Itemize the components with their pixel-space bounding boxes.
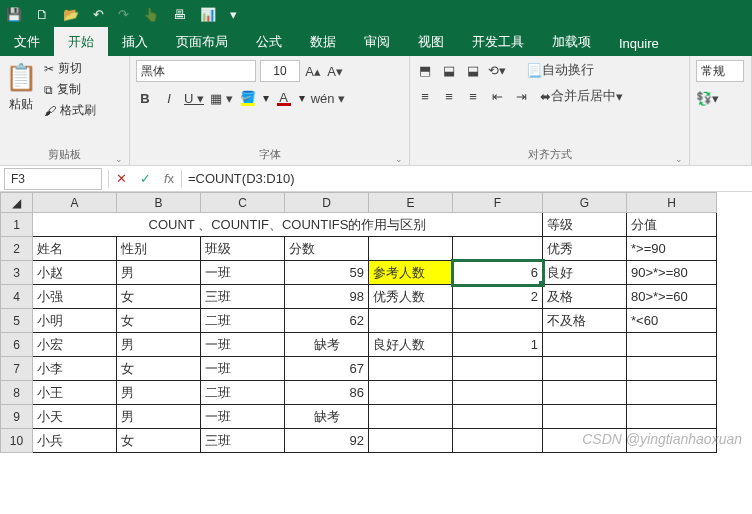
row-9: 9 小天男一班缺考 — [1, 405, 717, 429]
row-8: 8 小王男二班86 — [1, 381, 717, 405]
align-top-icon[interactable]: ⬒ — [416, 60, 434, 80]
redo-icon[interactable]: ↷ — [118, 7, 129, 22]
number-format-combo[interactable]: 常规 — [696, 60, 744, 82]
row-2: 2 姓名性别班级分数 优秀*>=90 — [1, 237, 717, 261]
title-cell[interactable]: COUNT 、COUNTIF、COUNTIFS的作用与区别 — [33, 213, 543, 237]
tab-insert[interactable]: 插入 — [108, 27, 162, 56]
currency-icon[interactable]: 💱▾ — [696, 88, 719, 108]
col-G[interactable]: G — [543, 193, 627, 213]
decrease-indent-icon[interactable]: ⇤ — [488, 86, 506, 106]
increase-indent-icon[interactable]: ⇥ — [512, 86, 530, 106]
font-name-combo[interactable]: 黑体 — [136, 60, 256, 82]
align-center-icon[interactable]: ≡ — [440, 86, 458, 106]
col-F[interactable]: F — [453, 193, 543, 213]
shrink-font-icon[interactable]: A▾ — [326, 61, 344, 81]
row-7: 7 小李女一班67 — [1, 357, 717, 381]
cell-F3-selected[interactable]: 6 — [453, 261, 543, 285]
phonetic-button[interactable]: wén ▾ — [311, 88, 345, 108]
fx-icon[interactable]: fx — [157, 171, 181, 186]
tab-review[interactable]: 审阅 — [350, 27, 404, 56]
bold-button[interactable]: B — [136, 88, 154, 108]
touch-icon[interactable]: 👆 — [143, 7, 159, 22]
open-icon[interactable]: 📂 — [63, 7, 79, 22]
col-H[interactable]: H — [627, 193, 717, 213]
print-icon[interactable]: 🖶 — [173, 7, 186, 22]
row-1: 1 COUNT 、COUNTIF、COUNTIFS的作用与区别 等级 分值 — [1, 213, 717, 237]
cell-G1[interactable]: 等级 — [543, 213, 627, 237]
row-3: 3 小赵男一班59参考人数6 良好90>*>=80 — [1, 261, 717, 285]
italic-button[interactable]: I — [160, 88, 178, 108]
col-E[interactable]: E — [369, 193, 453, 213]
enter-icon[interactable]: ✓ — [133, 171, 157, 186]
spreadsheet-grid[interactable]: ◢ A B C D E F G H 1 COUNT 、COUNTIF、COUNT… — [0, 192, 752, 453]
format-painter-button[interactable]: 🖌格式刷 — [44, 102, 96, 119]
cut-button[interactable]: ✂剪切 — [44, 60, 96, 77]
copy-button[interactable]: ⧉复制 — [44, 81, 96, 98]
col-B[interactable]: B — [117, 193, 201, 213]
font-size-combo[interactable]: 10 — [260, 60, 300, 82]
col-D[interactable]: D — [285, 193, 369, 213]
cancel-icon[interactable]: ✕ — [109, 171, 133, 186]
save-icon[interactable]: 💾 — [6, 7, 22, 22]
group-font-label: 字体 — [136, 146, 403, 163]
align-right-icon[interactable]: ≡ — [464, 86, 482, 106]
merge-center-button[interactable]: ⬌ 合并后居中 ▾ — [540, 86, 623, 106]
new-icon[interactable]: 🗋 — [36, 7, 49, 22]
column-headers[interactable]: ◢ A B C D E F G H — [1, 193, 717, 213]
brush-icon: 🖌 — [44, 104, 56, 118]
formula-input[interactable]: =COUNT(D3:D10) — [182, 171, 752, 186]
scissors-icon: ✂ — [44, 62, 54, 76]
paste-button[interactable]: 粘贴 — [9, 96, 33, 113]
col-C[interactable]: C — [201, 193, 285, 213]
chart-icon[interactable]: 📊 — [200, 7, 216, 22]
align-bottom-icon[interactable]: ⬓ — [464, 60, 482, 80]
grow-font-icon[interactable]: A▴ — [304, 61, 322, 81]
select-all-corner[interactable]: ◢ — [1, 193, 33, 213]
col-A[interactable]: A — [33, 193, 117, 213]
cell-E3[interactable]: 参考人数 — [369, 261, 453, 285]
tab-inquire[interactable]: Inquire — [605, 30, 673, 56]
quick-access-toolbar: 💾 🗋 📂 ↶ ↷ 👆 🖶 📊 ▾ — [0, 0, 752, 28]
tab-view[interactable]: 视图 — [404, 27, 458, 56]
undo-icon[interactable]: ↶ — [93, 7, 104, 22]
align-middle-icon[interactable]: ⬓ — [440, 60, 458, 80]
orientation-icon[interactable]: ⟲▾ — [488, 60, 506, 80]
name-box[interactable]: F3 — [4, 168, 102, 190]
wrap-text-button[interactable]: 📃 自动换行 — [526, 60, 594, 80]
qat-more-icon[interactable]: ▾ — [230, 7, 237, 22]
underline-button[interactable]: U ▾ — [184, 88, 204, 108]
tab-home[interactable]: 开始 — [54, 27, 108, 56]
border-button[interactable]: ▦ ▾ — [210, 88, 233, 108]
row-5: 5 小明女二班62 不及格*<60 — [1, 309, 717, 333]
row-4: 4 小强女三班98优秀人数2 及格80>*>=60 — [1, 285, 717, 309]
cell-H1[interactable]: 分值 — [627, 213, 717, 237]
tab-formulas[interactable]: 公式 — [242, 27, 296, 56]
row-6: 6 小宏男一班缺考良好人数1 — [1, 333, 717, 357]
tab-layout[interactable]: 页面布局 — [162, 27, 242, 56]
copy-icon: ⧉ — [44, 83, 53, 97]
ribbon-tabs: 文件 开始 插入 页面布局 公式 数据 审阅 视图 开发工具 加载项 Inqui… — [0, 28, 752, 56]
tab-file[interactable]: 文件 — [0, 27, 54, 56]
ribbon: 📋 粘贴 ✂剪切 ⧉复制 🖌格式刷 剪贴板 黑体 10 A▴ A▾ B I U … — [0, 56, 752, 166]
tab-addins[interactable]: 加载项 — [538, 27, 605, 56]
formula-bar: F3 ✕ ✓ fx =COUNT(D3:D10) — [0, 166, 752, 192]
tab-data[interactable]: 数据 — [296, 27, 350, 56]
font-color-button[interactable]: A — [275, 88, 293, 108]
group-clipboard-label: 剪贴板 — [6, 146, 123, 163]
group-align-label: 对齐方式 — [416, 146, 683, 163]
fill-color-button[interactable]: 🪣 — [239, 88, 257, 108]
align-left-icon[interactable]: ≡ — [416, 86, 434, 106]
paste-icon[interactable]: 📋 — [6, 60, 36, 94]
tab-dev[interactable]: 开发工具 — [458, 27, 538, 56]
watermark: CSDN @yingtianhaoxuan — [582, 431, 742, 447]
